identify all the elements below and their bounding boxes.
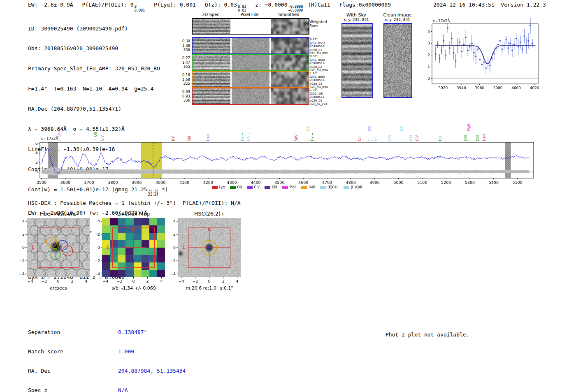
legend-swatch: [282, 186, 288, 189]
spec2d-weighted-sum-label: WeightedSum: [309, 20, 327, 28]
header-z-type: (H)CaII: [308, 2, 330, 8]
header-z: z: −0.0000: [255, 2, 287, 8]
legend-label: (H)CaII: [351, 186, 362, 189]
clean-image-coords: x, y: 232, 851: [379, 18, 416, 22]
legend-label: OII: [237, 186, 242, 189]
match-row-score: Match score1.000: [28, 349, 186, 355]
match-row-specz: Spec zN/A: [28, 387, 186, 392]
with-sky-coords: x, y: 232, 851: [337, 18, 375, 22]
spec2d-row3-weights: 0.161.68355: [179, 73, 190, 86]
photz-unavailable-note: Phot z plot not available.: [386, 332, 469, 338]
header-status-line: EW: -2.6±-0.9Å P(LAE)/P(OII): 000.001 P(…: [28, 2, 391, 12]
legend-item-4: MgII: [282, 186, 297, 189]
hsc-cutout-title: HSC(26.2) r: [177, 211, 242, 217]
header-plae-limits: 00.001: [135, 5, 145, 12]
with-sky-image: [341, 23, 373, 98]
spec2d-row2-weights: 0.271.47355: [179, 56, 190, 69]
match-row-separation: Separation0.138487": [28, 329, 186, 336]
info-seeing: F=1.4" T=0.163 N=1.10 A=0.94 g=25.4: [28, 86, 168, 92]
spec2d-fiber-row-3: [192, 71, 309, 88]
info-radec: RA,Dec (204.887970,51.135471): [28, 106, 168, 112]
line-fit-zoom-plot: [426, 18, 543, 94]
legend-label: (K)CaII: [327, 186, 339, 189]
info-obs: Obs: 20180516v020_3090025490: [28, 45, 168, 52]
elixer-report-page: EW: -2.6±-0.9Å P(LAE)/P(OII): 000.001 P(…: [0, 0, 576, 392]
header-flags: Flags:0x00000009: [339, 2, 391, 8]
fiber-positions-image: [18, 216, 92, 287]
spec2d-row2-meta: 0.86"(232, 860)20180516v020_02320_RU_094: [310, 55, 328, 72]
legend-swatch: [230, 186, 236, 189]
spec2d-fiber-row-4: [192, 88, 309, 105]
clean-image: [383, 23, 412, 98]
header-z-limits: −0.0000−0.0000: [288, 5, 303, 12]
legend-item-5: HeII: [301, 186, 315, 189]
spec2d-header-smoothed: Smoothed: [270, 12, 308, 17]
legend-swatch: [212, 186, 218, 189]
hsc-cutout-caption: m:20.6 re:1.0" s:0.1": [170, 285, 249, 291]
spec2d-row1-weights: 0.301.38356: [179, 39, 190, 52]
spec2d-fiber-row-1: [192, 37, 309, 54]
legend-item-2: CIV: [247, 186, 260, 189]
info-id: ID: 3090025490 (3090025490.pdf): [28, 26, 168, 32]
legend-swatch: [301, 186, 307, 189]
legend-item-7: (H)CaII: [344, 186, 362, 189]
legend-label: MgII: [290, 186, 297, 189]
spec2d-header-pixelflat: Pixel Flat: [231, 12, 269, 17]
spec2d-row3-meta: 1.16"(232, 860)20180516v020_03320_RU_094: [310, 72, 328, 89]
lineflux-map-caption: s/b: -1.34 +/- 0.069: [95, 285, 173, 291]
legend-item-6: (K)CaII: [320, 186, 339, 189]
hsc-cutout-image: [169, 216, 243, 287]
catalog-match-table: Separation0.138487" Match score1.000 RA,…: [28, 316, 186, 392]
fiber-positions-caption: arcsecs: [19, 285, 98, 291]
spec2d-row4-weights: 0.090.93336: [179, 90, 190, 103]
spec2d-row1-meta: 0.63"(232, 851)20180516v020_01320_RU_093: [310, 38, 328, 56]
legend-item-3: CIII: [265, 186, 277, 189]
legend-label: Lyα: [219, 186, 225, 189]
header-qz: Q(z): 0.03: [205, 2, 237, 8]
legend-swatch: [265, 186, 270, 189]
header-ew: EW: -2.6±-0.9Å: [28, 2, 73, 8]
spec2d-fiber-row-2: [192, 54, 309, 71]
legend-swatch: [247, 186, 253, 189]
header-plya: P(Lyα): 0.001: [154, 2, 196, 8]
header-qz-limits: 0.030.03: [238, 5, 246, 12]
with-sky-title: With Sky: [337, 12, 375, 18]
timestamp-version: 2024-12-16 10:43:51 Version 1.22.3: [433, 2, 546, 8]
legend-label: CIV: [254, 186, 260, 189]
spec2d-header-2dspec: 2D Spec: [192, 12, 230, 17]
legend-label: CIII: [272, 186, 277, 189]
clean-image-title: Clean Image: [379, 12, 416, 18]
info-primary-spec: Primary Spec_Slot_IFU_AMP: 320_053_020_R…: [28, 65, 168, 72]
legend-swatch: [344, 186, 349, 189]
lineflux-map-image: [93, 216, 167, 287]
legend-item-1: OII: [230, 186, 242, 189]
spec2d-weighted-sum-row: [192, 18, 309, 35]
full-spectrum-plot: [35, 113, 539, 191]
legend-swatch: [320, 186, 326, 189]
hsc-dex-match-line: HSC-DEX : Possible Matches = 1 (within +…: [28, 200, 241, 206]
spectrum-legend: LyαOIICIVCIIIMgIIHeII(K)CaII(H)CaII: [35, 186, 539, 189]
lineflux-map-title: Lineflux Map: [101, 211, 166, 217]
header-plae: P(LAE)/P(OII): 0: [82, 2, 133, 8]
fiber-positions-title: Fiber Positions: [26, 211, 91, 217]
legend-item-0: Lyα: [212, 186, 225, 189]
legend-label: HeII: [309, 186, 315, 189]
spec2d-row4-meta: 1.39"(232, 19)20180516v020_03320_RL_001: [310, 88, 327, 106]
match-row-radec: RA, Dec204.887984, 51.135434: [28, 368, 186, 374]
